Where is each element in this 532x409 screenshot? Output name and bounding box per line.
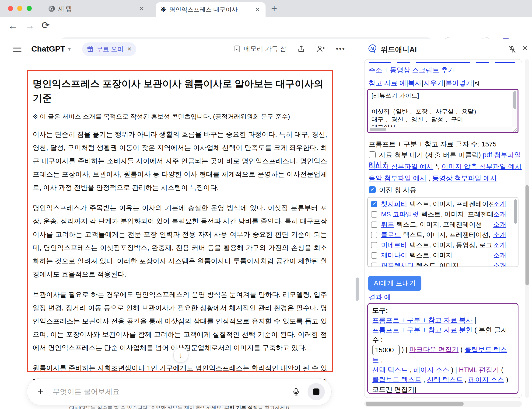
ai-intro-link[interactable]: 소개 bbox=[493, 251, 506, 260]
scroll-down-button[interactable]: ↓ bbox=[173, 347, 189, 363]
model-selector[interactable]: ChatGPT ▾ bbox=[31, 44, 71, 53]
message-composer[interactable]: + bbox=[27, 378, 332, 405]
markdown-editor-link[interactable]: 마크다운 편집기 bbox=[409, 346, 458, 353]
image-zip-example-link[interactable]: 이미지 압축 첨부파일 예시 bbox=[442, 163, 522, 170]
window-close-button[interactable] bbox=[8, 6, 13, 11]
attach-plus-icon[interactable]: + bbox=[37, 386, 43, 398]
split-link[interactable]: 프롬프트 + 구분 + 참고 자료 분할 bbox=[372, 326, 473, 334]
main-scrollbar-thumb[interactable] bbox=[356, 278, 359, 301]
prompt-text[interactable]: [리뷰쓰기 가이드] 이삿집（일반， 포장， 사무실， 용달） 대구， 경산， … bbox=[368, 90, 512, 127]
window-minimize-button[interactable] bbox=[17, 6, 22, 11]
clipped-link[interactable] bbox=[397, 60, 410, 63]
ai-name-link[interactable]: 미네르바 bbox=[381, 241, 407, 250]
back-button[interactable]: ← bbox=[8, 20, 18, 31]
offer-close-icon[interactable]: ✕ bbox=[127, 46, 132, 52]
ai-row-copilot: MS 코파일럿 텍스트, 이미지, 프레젠테이션 소개 bbox=[368, 209, 518, 219]
reference-example-link[interactable]: 참고 자료 예 bbox=[369, 79, 406, 88]
panel-hscroll-thumb[interactable] bbox=[366, 402, 464, 406]
extension-side-panel: AI 위드애니AI ✕ 주소 + 동영상 스크립트 추가 bbox=[361, 39, 532, 409]
clear-link[interactable]: 지우기 bbox=[423, 79, 444, 88]
tools-heading: 도구: bbox=[372, 307, 388, 314]
reload-button[interactable]: ⟳ bbox=[42, 19, 50, 31]
ai-intro-link[interactable]: 소개 bbox=[493, 261, 506, 267]
ai-intro-link[interactable]: 소개 bbox=[493, 210, 506, 219]
ai-desc: 텍스트, 이미지, 프레젠테이션 bbox=[396, 220, 493, 229]
audio-example-link[interactable]: 음악 첨부파일 예시 bbox=[369, 174, 427, 182]
clipped-link[interactable] bbox=[495, 60, 515, 63]
html-editor-link[interactable]: HTML 편집기 bbox=[459, 366, 499, 373]
clipped-link[interactable] bbox=[476, 60, 489, 63]
tools-box: 도구: 프롬프트 + 구분 + 참고 자료 복사 | 프롬프트 + 구분 + 참… bbox=[367, 303, 518, 394]
tab-chatgpt[interactable]: ❋ 명인익스프레스 대구이사 ✕ bbox=[156, 2, 266, 17]
share-icon[interactable] bbox=[297, 45, 305, 53]
attach-links-row: 음악 첨부파일 예시 , 동영상 첨부파일 예시 bbox=[369, 174, 497, 183]
window-zoom-button[interactable] bbox=[27, 6, 32, 11]
ai-name-link[interactable]: 퍼플렉시티 bbox=[381, 261, 414, 267]
ai-name-link[interactable]: 클로드 bbox=[381, 230, 401, 239]
ai-checkbox[interactable] bbox=[371, 201, 377, 207]
unpin-icon[interactable] bbox=[507, 45, 517, 54]
ai-checkbox[interactable] bbox=[371, 222, 377, 228]
ai-desc: 텍스트, 이미지, 프레젠테이션, 로그인 필요 bbox=[403, 230, 493, 239]
clipped-link[interactable] bbox=[369, 60, 391, 63]
textarea-vscroll-thumb[interactable] bbox=[513, 91, 516, 109]
split-count-input[interactable] bbox=[372, 345, 400, 355]
panel-vscroll-thumb[interactable] bbox=[525, 185, 529, 285]
video-example-link[interactable]: 동영상 첨부파일 예시 bbox=[432, 174, 497, 182]
panel-close-icon[interactable]: ✕ bbox=[522, 43, 529, 53]
ai-intro-link[interactable]: 소개 bbox=[493, 230, 506, 239]
ai-checkbox[interactable] bbox=[371, 262, 377, 267]
microphone-icon[interactable] bbox=[292, 387, 301, 396]
attach-waiting-checkbox[interactable] bbox=[369, 151, 376, 158]
ai-checkbox[interactable] bbox=[371, 242, 377, 248]
tab-new-tab[interactable]: 새 탭 ✕ bbox=[44, 2, 149, 15]
textarea-hscroll-thumb[interactable] bbox=[370, 128, 386, 131]
send-to-ai-button[interactable]: AI에게 보내기 bbox=[368, 276, 421, 291]
textarea-vscroll-track[interactable] bbox=[512, 90, 518, 127]
prompt-textarea[interactable]: [리뷰쓰기 가이드] 이삿집（일반， 포장， 사무실， 용달） 대구， 경산， … bbox=[367, 89, 518, 133]
select-text-link[interactable]: 선택 텍스트 bbox=[372, 366, 408, 373]
ai-checkbox[interactable] bbox=[371, 211, 377, 218]
image-example-link[interactable]: 이미지 첨부파일 예시 bbox=[369, 163, 433, 170]
ai-name-link[interactable]: 챗지피티 bbox=[381, 200, 407, 208]
previous-window-checkbox[interactable] bbox=[369, 186, 376, 193]
ai-intro-link[interactable]: 소개 bbox=[493, 220, 506, 229]
paste-link[interactable]: 붙여넣기 bbox=[446, 79, 473, 88]
page-source-link[interactable]: 페이지 소스 bbox=[468, 376, 504, 383]
free-offer-badge[interactable]: 무료 오퍼 ✕ bbox=[82, 42, 136, 56]
forward-button[interactable]: → bbox=[25, 20, 35, 31]
select-text-link[interactable]: 선택 텍스트 bbox=[427, 376, 463, 383]
sidebar-toggle-icon[interactable] bbox=[13, 47, 21, 54]
ai-checkbox[interactable] bbox=[371, 252, 377, 259]
panel-vscroll-track[interactable] bbox=[525, 59, 529, 398]
copy-all-link[interactable]: 프롬프트 + 구분 + 참고 자료 복사 bbox=[372, 316, 473, 324]
page-source-link[interactable]: 페이지 소스 bbox=[413, 366, 449, 373]
ai-checkbox[interactable] bbox=[371, 232, 377, 238]
message-input[interactable] bbox=[52, 387, 292, 396]
panel-hscroll-track[interactable] bbox=[364, 401, 522, 407]
ai-name-link[interactable]: MS 코파일럿 bbox=[381, 210, 419, 219]
ai-list-scrollbar-thumb[interactable] bbox=[514, 199, 517, 224]
textarea-resize-handle[interactable] bbox=[513, 128, 517, 132]
ai-name-link[interactable]: 제미나이 bbox=[381, 251, 407, 260]
tab-close-icon[interactable]: ✕ bbox=[254, 6, 261, 13]
cookie-settings-link[interactable]: 쿠키 기본 설정 bbox=[224, 405, 258, 409]
ai-name-link[interactable]: 뤼튼 bbox=[381, 220, 394, 229]
conversation-menu-icon[interactable]: ••• bbox=[336, 45, 345, 53]
char-count: 프롬프트 + 구분 + 참고 자료 글자 수: 1575 bbox=[369, 140, 496, 149]
add-script-link[interactable]: 주소 + 동영상 스크립트 추가 bbox=[369, 65, 455, 75]
result-example-link[interactable]: 결과 예 bbox=[369, 293, 391, 302]
add-person-icon[interactable] bbox=[316, 44, 325, 53]
speaker-icon[interactable] bbox=[474, 79, 482, 87]
tab-close-icon[interactable]: ✕ bbox=[138, 5, 145, 12]
ai-intro-link[interactable]: 소개 bbox=[493, 200, 506, 208]
copy-link[interactable]: 복사 bbox=[408, 79, 422, 88]
memory-status[interactable]: 메모리 가득 참 bbox=[233, 44, 286, 53]
ai-intro-link[interactable]: 소개 bbox=[493, 241, 506, 250]
stop-generating-button[interactable] bbox=[308, 383, 325, 400]
new-tab-button[interactable]: + bbox=[271, 3, 277, 14]
textarea-hscroll-track[interactable] bbox=[368, 127, 512, 132]
separator: | bbox=[473, 80, 474, 87]
clipped-link[interactable] bbox=[416, 60, 470, 63]
clipboard-text-link[interactable]: 클립보드 텍스트 bbox=[372, 376, 421, 383]
